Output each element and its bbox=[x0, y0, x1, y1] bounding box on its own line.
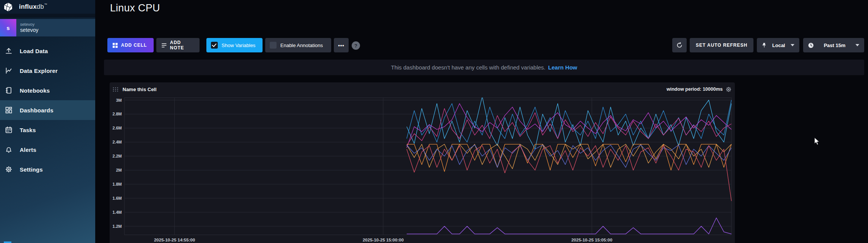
sidebar-item-label: Notebooks bbox=[20, 87, 50, 94]
enable-annotations-label: Enable Annotations bbox=[280, 43, 323, 48]
ellipsis-icon: ••• bbox=[338, 43, 344, 48]
set-auto-refresh-button[interactable]: SET AUTO REFRESH bbox=[690, 38, 753, 52]
logo-wordmark: influxdb™ bbox=[19, 3, 47, 11]
learn-how-link[interactable]: Learn How bbox=[548, 64, 577, 71]
checkbox-checked-icon bbox=[211, 42, 218, 49]
notebook-icon bbox=[5, 87, 13, 94]
variables-message: This dashboard doesn't have any cells wi… bbox=[391, 64, 546, 71]
refresh-button[interactable] bbox=[672, 38, 687, 52]
svg-text:2.8M: 2.8M bbox=[113, 112, 122, 116]
upload-icon bbox=[5, 47, 13, 55]
influxdb-dashboard-page: influxdb™ s setevoy setevoy Load Data bbox=[0, 0, 868, 243]
logo-trademark: ™ bbox=[44, 3, 47, 6]
line-chart[interactable]: 3M2.8M2.6M2.4M2.2M2M1.8M1.6M1.4M1.2M2025… bbox=[110, 98, 735, 243]
show-variables-toggle[interactable]: Show Variables bbox=[206, 38, 263, 52]
add-cell-button[interactable]: ADD CELL bbox=[107, 38, 154, 52]
add-note-button[interactable]: ADD NOTE bbox=[156, 38, 200, 52]
sidebar-item-label: Settings bbox=[20, 166, 43, 173]
sidebar-item-notebooks[interactable]: Notebooks bbox=[0, 80, 95, 100]
sidebar-bottom-accent bbox=[4, 241, 11, 243]
time-range-value: Past 15m bbox=[824, 43, 845, 48]
svg-text:2025-10-25 14:55:00: 2025-10-25 14:55:00 bbox=[154, 238, 195, 242]
sidebar-item-dashboards[interactable]: Dashboards bbox=[0, 100, 95, 120]
cell-header: Name this Cell window period: 10000ms bbox=[110, 82, 735, 98]
mouse-cursor bbox=[814, 137, 820, 145]
svg-text:1.4M: 1.4M bbox=[113, 210, 122, 215]
time-range-dropdown[interactable]: Past 15m bbox=[803, 38, 864, 52]
logo-text-bold: influx bbox=[19, 3, 37, 10]
svg-text:1.2M: 1.2M bbox=[113, 224, 122, 229]
svg-text:1.8M: 1.8M bbox=[113, 182, 122, 186]
svg-text:2025-10-25 15:05:00: 2025-10-25 15:05:00 bbox=[571, 238, 612, 242]
sidebar-item-label: Dashboards bbox=[20, 107, 53, 114]
checkbox-unchecked-icon bbox=[270, 42, 277, 49]
calendar-icon bbox=[5, 126, 13, 134]
sidebar-item-label: Data Explorer bbox=[20, 68, 58, 74]
dashboard-cell: Name this Cell window period: 10000ms 3M… bbox=[110, 82, 735, 243]
window-period-label: window period: 10000ms bbox=[667, 87, 723, 92]
timezone-value: Local bbox=[772, 43, 785, 48]
more-options-button[interactable]: ••• bbox=[334, 38, 349, 52]
svg-text:3M: 3M bbox=[116, 98, 122, 103]
drag-handle-icon[interactable] bbox=[113, 87, 118, 92]
svg-text:2.6M: 2.6M bbox=[113, 126, 122, 130]
svg-text:2025-10-25 15:00:00: 2025-10-25 15:00:00 bbox=[363, 238, 404, 242]
svg-text:2.2M: 2.2M bbox=[113, 154, 122, 158]
pin-icon bbox=[762, 43, 767, 48]
cell-grid-icon bbox=[113, 43, 118, 48]
logo-text-light: db bbox=[37, 3, 44, 10]
influxdb-logo-icon bbox=[3, 2, 13, 12]
logo-row[interactable]: influxdb™ bbox=[0, 0, 95, 14]
user-name: setevoy bbox=[20, 27, 38, 33]
sidebar-nav: Load Data Data Explorer Notebooks bbox=[0, 41, 95, 179]
dashboards-icon bbox=[5, 106, 13, 114]
org-name: setevoy bbox=[20, 22, 38, 27]
variables-banner: This dashboard doesn't have any cells wi… bbox=[104, 60, 864, 75]
svg-text:2.4M: 2.4M bbox=[113, 140, 122, 144]
sidebar-item-label: Alerts bbox=[20, 147, 36, 153]
refresh-icon bbox=[676, 42, 682, 48]
cell-gear-icon[interactable] bbox=[725, 86, 732, 93]
add-cell-label: ADD CELL bbox=[121, 43, 147, 48]
svg-text:2M: 2M bbox=[116, 168, 122, 172]
bell-icon bbox=[5, 146, 13, 153]
cell-title[interactable]: Name this Cell bbox=[123, 87, 157, 92]
sidebar: influxdb™ s setevoy setevoy Load Data bbox=[0, 0, 95, 243]
note-icon bbox=[162, 43, 167, 48]
show-variables-label: Show Variables bbox=[222, 43, 255, 48]
question-mark-icon: ? bbox=[354, 43, 357, 49]
sidebar-item-label: Tasks bbox=[20, 127, 36, 133]
user-texts: setevoy setevoy bbox=[20, 19, 38, 36]
sidebar-item-data-explorer[interactable]: Data Explorer bbox=[0, 61, 95, 80]
timezone-dropdown[interactable]: Local bbox=[757, 38, 799, 52]
sidebar-item-label: Load Data bbox=[20, 48, 48, 54]
sidebar-item-settings[interactable]: Settings bbox=[0, 159, 95, 179]
sidebar-item-alerts[interactable]: Alerts bbox=[0, 140, 95, 159]
sidebar-item-tasks[interactable]: Tasks bbox=[0, 120, 95, 140]
chevron-down-icon bbox=[791, 44, 794, 46]
svg-text:1.6M: 1.6M bbox=[113, 196, 122, 200]
avatar: s bbox=[0, 19, 16, 36]
help-button[interactable]: ? bbox=[352, 41, 360, 50]
clock-icon bbox=[808, 43, 814, 48]
user-account-row[interactable]: s setevoy setevoy bbox=[0, 19, 95, 36]
set-auto-refresh-label: SET AUTO REFRESH bbox=[696, 43, 747, 48]
graph-icon bbox=[5, 67, 13, 74]
gear-icon bbox=[5, 166, 13, 173]
sidebar-item-load-data[interactable]: Load Data bbox=[0, 41, 95, 61]
enable-annotations-toggle[interactable]: Enable Annotations bbox=[265, 38, 331, 52]
chevron-down-icon bbox=[855, 44, 859, 46]
page-title: Linux CPU bbox=[110, 2, 160, 14]
add-note-label: ADD NOTE bbox=[170, 40, 194, 50]
